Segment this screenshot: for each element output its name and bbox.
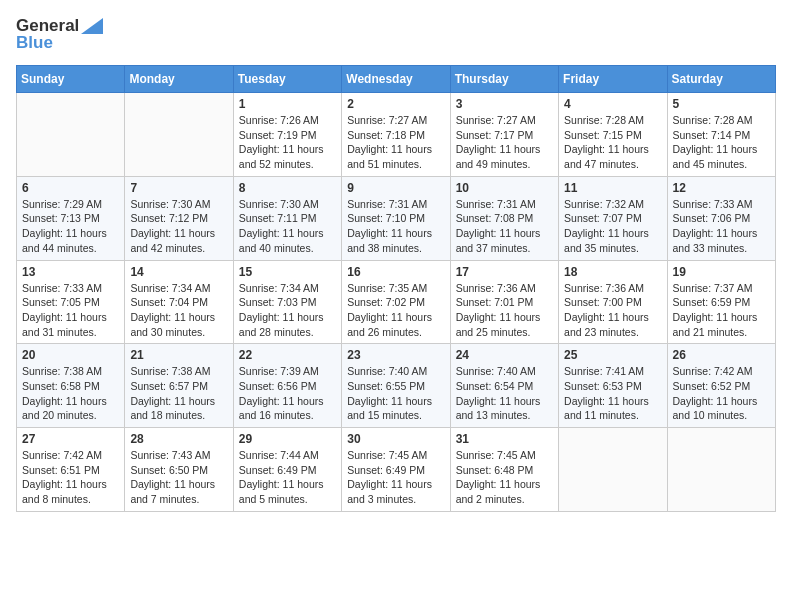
day-number: 10 [456, 181, 553, 195]
day-info: Sunrise: 7:36 AMSunset: 7:00 PMDaylight:… [564, 281, 661, 340]
calendar-week-1: 1Sunrise: 7:26 AMSunset: 7:19 PMDaylight… [17, 93, 776, 177]
calendar-cell: 27Sunrise: 7:42 AMSunset: 6:51 PMDayligh… [17, 428, 125, 512]
day-info: Sunrise: 7:32 AMSunset: 7:07 PMDaylight:… [564, 197, 661, 256]
day-info: Sunrise: 7:35 AMSunset: 7:02 PMDaylight:… [347, 281, 444, 340]
svg-marker-0 [81, 18, 103, 34]
calendar-cell: 8Sunrise: 7:30 AMSunset: 7:11 PMDaylight… [233, 176, 341, 260]
day-number: 20 [22, 348, 119, 362]
day-info: Sunrise: 7:43 AMSunset: 6:50 PMDaylight:… [130, 448, 227, 507]
day-info: Sunrise: 7:38 AMSunset: 6:58 PMDaylight:… [22, 364, 119, 423]
day-info: Sunrise: 7:31 AMSunset: 7:08 PMDaylight:… [456, 197, 553, 256]
calendar-cell: 5Sunrise: 7:28 AMSunset: 7:14 PMDaylight… [667, 93, 775, 177]
calendar-cell: 31Sunrise: 7:45 AMSunset: 6:48 PMDayligh… [450, 428, 558, 512]
day-info: Sunrise: 7:42 AMSunset: 6:52 PMDaylight:… [673, 364, 770, 423]
day-info: Sunrise: 7:28 AMSunset: 7:14 PMDaylight:… [673, 113, 770, 172]
calendar-cell: 23Sunrise: 7:40 AMSunset: 6:55 PMDayligh… [342, 344, 450, 428]
logo-arrow-icon [81, 18, 103, 34]
header-tuesday: Tuesday [233, 66, 341, 93]
calendar-week-4: 20Sunrise: 7:38 AMSunset: 6:58 PMDayligh… [17, 344, 776, 428]
calendar-cell: 26Sunrise: 7:42 AMSunset: 6:52 PMDayligh… [667, 344, 775, 428]
calendar-cell: 21Sunrise: 7:38 AMSunset: 6:57 PMDayligh… [125, 344, 233, 428]
header-wednesday: Wednesday [342, 66, 450, 93]
day-info: Sunrise: 7:28 AMSunset: 7:15 PMDaylight:… [564, 113, 661, 172]
day-number: 18 [564, 265, 661, 279]
day-number: 28 [130, 432, 227, 446]
calendar-table: SundayMondayTuesdayWednesdayThursdayFrid… [16, 65, 776, 512]
calendar-cell: 6Sunrise: 7:29 AMSunset: 7:13 PMDaylight… [17, 176, 125, 260]
calendar-cell: 19Sunrise: 7:37 AMSunset: 6:59 PMDayligh… [667, 260, 775, 344]
calendar-week-3: 13Sunrise: 7:33 AMSunset: 7:05 PMDayligh… [17, 260, 776, 344]
day-info: Sunrise: 7:29 AMSunset: 7:13 PMDaylight:… [22, 197, 119, 256]
calendar-header-row: SundayMondayTuesdayWednesdayThursdayFrid… [17, 66, 776, 93]
calendar-cell: 11Sunrise: 7:32 AMSunset: 7:07 PMDayligh… [559, 176, 667, 260]
calendar-cell: 16Sunrise: 7:35 AMSunset: 7:02 PMDayligh… [342, 260, 450, 344]
day-info: Sunrise: 7:30 AMSunset: 7:11 PMDaylight:… [239, 197, 336, 256]
calendar-cell: 29Sunrise: 7:44 AMSunset: 6:49 PMDayligh… [233, 428, 341, 512]
day-number: 4 [564, 97, 661, 111]
header-sunday: Sunday [17, 66, 125, 93]
day-number: 6 [22, 181, 119, 195]
day-number: 3 [456, 97, 553, 111]
day-info: Sunrise: 7:26 AMSunset: 7:19 PMDaylight:… [239, 113, 336, 172]
calendar-week-2: 6Sunrise: 7:29 AMSunset: 7:13 PMDaylight… [17, 176, 776, 260]
day-info: Sunrise: 7:41 AMSunset: 6:53 PMDaylight:… [564, 364, 661, 423]
calendar-cell: 10Sunrise: 7:31 AMSunset: 7:08 PMDayligh… [450, 176, 558, 260]
day-number: 9 [347, 181, 444, 195]
logo-blue: Blue [16, 33, 53, 53]
calendar-cell: 17Sunrise: 7:36 AMSunset: 7:01 PMDayligh… [450, 260, 558, 344]
day-number: 21 [130, 348, 227, 362]
calendar-cell: 7Sunrise: 7:30 AMSunset: 7:12 PMDaylight… [125, 176, 233, 260]
day-number: 14 [130, 265, 227, 279]
day-number: 29 [239, 432, 336, 446]
day-number: 7 [130, 181, 227, 195]
day-number: 13 [22, 265, 119, 279]
day-info: Sunrise: 7:33 AMSunset: 7:06 PMDaylight:… [673, 197, 770, 256]
calendar-cell: 3Sunrise: 7:27 AMSunset: 7:17 PMDaylight… [450, 93, 558, 177]
day-info: Sunrise: 7:39 AMSunset: 6:56 PMDaylight:… [239, 364, 336, 423]
logo: General Blue [16, 16, 103, 53]
day-number: 26 [673, 348, 770, 362]
day-number: 27 [22, 432, 119, 446]
day-info: Sunrise: 7:34 AMSunset: 7:04 PMDaylight:… [130, 281, 227, 340]
calendar-cell: 22Sunrise: 7:39 AMSunset: 6:56 PMDayligh… [233, 344, 341, 428]
calendar-cell [17, 93, 125, 177]
day-number: 16 [347, 265, 444, 279]
day-info: Sunrise: 7:42 AMSunset: 6:51 PMDaylight:… [22, 448, 119, 507]
day-info: Sunrise: 7:30 AMSunset: 7:12 PMDaylight:… [130, 197, 227, 256]
calendar-cell: 2Sunrise: 7:27 AMSunset: 7:18 PMDaylight… [342, 93, 450, 177]
calendar-cell: 25Sunrise: 7:41 AMSunset: 6:53 PMDayligh… [559, 344, 667, 428]
day-number: 25 [564, 348, 661, 362]
day-info: Sunrise: 7:40 AMSunset: 6:55 PMDaylight:… [347, 364, 444, 423]
day-number: 19 [673, 265, 770, 279]
day-info: Sunrise: 7:45 AMSunset: 6:48 PMDaylight:… [456, 448, 553, 507]
calendar-cell: 4Sunrise: 7:28 AMSunset: 7:15 PMDaylight… [559, 93, 667, 177]
day-info: Sunrise: 7:44 AMSunset: 6:49 PMDaylight:… [239, 448, 336, 507]
day-info: Sunrise: 7:36 AMSunset: 7:01 PMDaylight:… [456, 281, 553, 340]
calendar-cell: 30Sunrise: 7:45 AMSunset: 6:49 PMDayligh… [342, 428, 450, 512]
day-number: 23 [347, 348, 444, 362]
calendar-cell: 28Sunrise: 7:43 AMSunset: 6:50 PMDayligh… [125, 428, 233, 512]
calendar-cell [125, 93, 233, 177]
day-info: Sunrise: 7:33 AMSunset: 7:05 PMDaylight:… [22, 281, 119, 340]
calendar-cell: 13Sunrise: 7:33 AMSunset: 7:05 PMDayligh… [17, 260, 125, 344]
calendar-cell [559, 428, 667, 512]
day-number: 1 [239, 97, 336, 111]
calendar-cell: 18Sunrise: 7:36 AMSunset: 7:00 PMDayligh… [559, 260, 667, 344]
calendar-cell [667, 428, 775, 512]
calendar-cell: 20Sunrise: 7:38 AMSunset: 6:58 PMDayligh… [17, 344, 125, 428]
calendar-cell: 15Sunrise: 7:34 AMSunset: 7:03 PMDayligh… [233, 260, 341, 344]
day-info: Sunrise: 7:27 AMSunset: 7:17 PMDaylight:… [456, 113, 553, 172]
day-info: Sunrise: 7:40 AMSunset: 6:54 PMDaylight:… [456, 364, 553, 423]
header-saturday: Saturday [667, 66, 775, 93]
day-info: Sunrise: 7:31 AMSunset: 7:10 PMDaylight:… [347, 197, 444, 256]
calendar-cell: 1Sunrise: 7:26 AMSunset: 7:19 PMDaylight… [233, 93, 341, 177]
calendar-week-5: 27Sunrise: 7:42 AMSunset: 6:51 PMDayligh… [17, 428, 776, 512]
calendar-cell: 24Sunrise: 7:40 AMSunset: 6:54 PMDayligh… [450, 344, 558, 428]
day-info: Sunrise: 7:37 AMSunset: 6:59 PMDaylight:… [673, 281, 770, 340]
calendar-cell: 12Sunrise: 7:33 AMSunset: 7:06 PMDayligh… [667, 176, 775, 260]
day-number: 5 [673, 97, 770, 111]
day-number: 30 [347, 432, 444, 446]
day-info: Sunrise: 7:45 AMSunset: 6:49 PMDaylight:… [347, 448, 444, 507]
calendar-cell: 14Sunrise: 7:34 AMSunset: 7:04 PMDayligh… [125, 260, 233, 344]
day-info: Sunrise: 7:38 AMSunset: 6:57 PMDaylight:… [130, 364, 227, 423]
